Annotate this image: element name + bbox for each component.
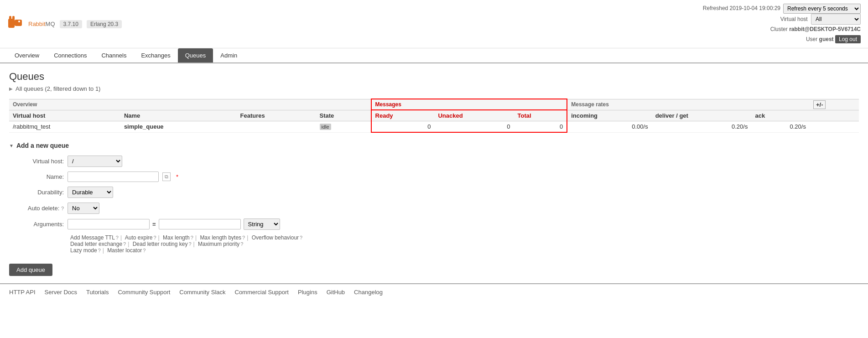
th-ready: Ready: [371, 110, 435, 121]
arg-val-input[interactable]: [159, 219, 241, 229]
arg-link-auto-expire[interactable]: Auto expire: [125, 234, 153, 241]
th-deliver-get: deliver / get: [652, 110, 752, 121]
nav-exchanges[interactable]: Exchanges: [134, 48, 177, 62]
add-label: Add: [70, 234, 80, 241]
logout-button[interactable]: Log out: [835, 35, 861, 43]
add-queue-toggle[interactable]: ▼ Add a new queue: [9, 142, 859, 149]
arg-link-dead-letter-routing-key[interactable]: Dead letter routing key: [133, 241, 188, 247]
cell-ready: 0: [371, 121, 435, 133]
nav-admin[interactable]: Admin: [213, 48, 244, 62]
footer-plugins[interactable]: Plugins: [298, 289, 317, 296]
main-content: Queues ▶ All queues (2, filtered down to…: [0, 63, 868, 283]
nav-queues[interactable]: Queues: [178, 48, 213, 62]
page-title: Queues: [9, 71, 859, 83]
autodelete-help-icon[interactable]: ?: [61, 206, 64, 211]
add-links: Add Message TTL?| Auto expire?| Max leng…: [70, 234, 859, 254]
arg-link-master-locator[interactable]: Master locator: [107, 247, 142, 254]
svg-rect-1: [9, 16, 11, 21]
equals-sign: =: [152, 221, 156, 228]
th-virtual-host: Virtual host: [9, 110, 120, 121]
header: RabbitMQ 3.7.10 Erlang 20.3 Refreshed 20…: [0, 0, 868, 48]
header-right: Refreshed 2019-10-04 19:00:29 Refresh ev…: [703, 4, 861, 44]
arg-link-dead-letter-exchange[interactable]: Dead letter exchange: [70, 241, 122, 247]
arg-link-max-length[interactable]: Max length: [163, 234, 190, 241]
footer-http-api[interactable]: HTTP API: [9, 289, 36, 296]
svg-rect-3: [15, 20, 22, 26]
virtual-host-select[interactable]: All / /rabbitmq_test: [811, 14, 861, 25]
copy-icon: ⧉: [162, 172, 171, 181]
cell-features: [237, 121, 316, 133]
cell-incoming: 0.00/s: [567, 121, 651, 133]
arg-type-select[interactable]: String Number Boolean List: [244, 218, 280, 230]
dead-letter-exchange-help[interactable]: ?: [123, 241, 126, 247]
rabbit-icon: [7, 15, 24, 31]
arg-link-message-ttl[interactable]: Message TTL: [82, 234, 115, 241]
nav-connections[interactable]: Connections: [47, 48, 94, 62]
plusminus-header: +/-: [810, 99, 859, 110]
arg-link-overflow-behaviour[interactable]: Overflow behaviour: [252, 234, 299, 241]
max-length-bytes-help[interactable]: ?: [242, 235, 245, 240]
message-ttl-help[interactable]: ?: [116, 235, 119, 240]
lazy-mode-help[interactable]: ?: [98, 248, 101, 253]
table-group-header-row: Overview Messages Message rates +/-: [9, 99, 859, 110]
logo-mq: MQ: [46, 21, 55, 27]
name-input[interactable]: [68, 172, 159, 182]
add-queue-triangle-icon: ▼: [9, 143, 14, 148]
rates-group-header: Message rates: [567, 99, 810, 110]
cell-state: idle: [316, 121, 371, 133]
refresh-select[interactable]: Refresh every 5 seconds Refresh every 10…: [783, 4, 861, 14]
nav-channels[interactable]: Channels: [94, 48, 134, 62]
cluster-row: Cluster rabbit@DESKTOP-5V6714C: [703, 25, 861, 35]
arg-key-input[interactable]: [68, 219, 150, 229]
durability-form-label: Durability:: [9, 189, 64, 196]
vhost-select[interactable]: / /rabbitmq_test: [68, 156, 122, 167]
plusminus-toggle[interactable]: +/-: [813, 100, 826, 109]
footer-commercial-support[interactable]: Commercial Support: [235, 289, 289, 296]
auto-expire-help[interactable]: ?: [153, 235, 156, 240]
filter-triangle-icon: ▶: [9, 86, 13, 91]
footer: HTTP API Server Docs Tutorials Community…: [0, 283, 868, 300]
footer-tutorials[interactable]: Tutorials: [86, 289, 109, 296]
cell-unacked: 0: [434, 121, 514, 133]
th-ack: ack: [751, 110, 809, 121]
cell-name[interactable]: simple_queue: [120, 121, 237, 133]
arg-link-max-length-bytes[interactable]: Max length bytes: [200, 234, 241, 241]
logo-text: RabbitMQ: [28, 21, 55, 27]
arguments-form-row: Arguments: = String Number Boolean List: [9, 218, 859, 230]
svg-rect-2: [12, 16, 15, 20]
footer-server-docs[interactable]: Server Docs: [45, 289, 78, 296]
footer-community-slack[interactable]: Community Slack: [179, 289, 225, 296]
refresh-area: Refreshed 2019-10-04 19:00:29 Refresh ev…: [703, 4, 861, 14]
args-row: = String Number Boolean List: [68, 218, 280, 230]
name-form-label: Name:: [9, 173, 64, 180]
cell-ack: 0.20/s: [751, 121, 809, 133]
user-value: guest: [819, 36, 834, 42]
vhost-form-label: Virtual host:: [9, 158, 64, 165]
overview-group-header: Overview: [9, 99, 371, 110]
max-length-help[interactable]: ?: [191, 235, 193, 240]
user-row: User guest Log out: [703, 35, 861, 45]
refreshed-timestamp: Refreshed 2019-10-04 19:00:29: [703, 4, 780, 14]
overflow-help[interactable]: ?: [300, 235, 302, 240]
th-total: Total: [514, 110, 567, 121]
nav-overview[interactable]: Overview: [7, 48, 47, 62]
vhost-form-row: Virtual host: / /rabbitmq_test: [9, 156, 859, 167]
logo: [7, 15, 24, 33]
add-queue-button[interactable]: Add queue: [9, 264, 52, 276]
durability-form-row: Durability: Durable Transient: [9, 187, 859, 198]
arguments-form-label: Arguments:: [9, 221, 64, 228]
arg-link-lazy-mode[interactable]: Lazy mode: [70, 247, 97, 254]
footer-github[interactable]: GitHub: [327, 289, 345, 296]
virtual-host-row: Virtual host All / /rabbitmq_test: [703, 14, 861, 25]
durability-select[interactable]: Durable Transient: [68, 187, 113, 198]
master-locator-help[interactable]: ?: [143, 248, 146, 253]
footer-changelog[interactable]: Changelog: [354, 289, 383, 296]
autodelete-select[interactable]: No Yes: [68, 203, 99, 214]
footer-community-support[interactable]: Community Support: [118, 289, 170, 296]
version-badge: 3.7.10: [60, 20, 82, 28]
maximum-priority-help[interactable]: ?: [240, 241, 243, 247]
th-features: Features: [237, 110, 316, 121]
user-label: User: [806, 36, 817, 42]
arg-link-maximum-priority[interactable]: Maximum priority: [198, 241, 239, 247]
dead-letter-routing-key-help[interactable]: ?: [188, 241, 191, 247]
